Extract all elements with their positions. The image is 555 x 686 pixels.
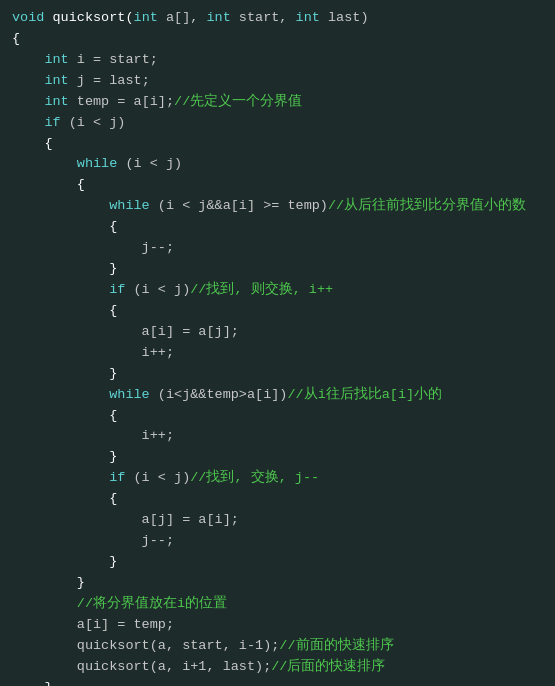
code-token: { <box>12 491 117 506</box>
code-token: { <box>12 219 117 234</box>
table-row: { <box>4 29 555 50</box>
code-token: ( <box>125 10 133 25</box>
table-row: } <box>4 678 555 687</box>
table-row: int temp = a[i];//先定义一个分界值 <box>4 92 555 113</box>
code-token: int <box>44 73 68 88</box>
code-editor: void quicksort(int a[], int start, int l… <box>0 0 555 686</box>
code-token: quicksort <box>44 10 125 25</box>
code-token <box>12 387 109 402</box>
code-token: { <box>12 31 20 46</box>
table-row: while (i<j&&temp>a[i])//从i往后找比a[i]小的 <box>4 385 555 406</box>
code-token: j--; <box>12 240 174 255</box>
code-token: int <box>44 52 68 67</box>
table-row: int i = start; <box>4 50 555 71</box>
code-token <box>12 52 44 67</box>
code-token <box>12 73 44 88</box>
code-content: void quicksort(int a[], int start, int l… <box>4 8 555 686</box>
code-token: int <box>206 10 230 25</box>
code-token: } <box>12 449 117 464</box>
code-token: //找到, 则交换, i++ <box>190 282 333 297</box>
table-row: a[j] = a[i]; <box>4 510 555 531</box>
table-row: a[i] = temp; <box>4 615 555 636</box>
table-row: j--; <box>4 531 555 552</box>
table-row: { <box>4 134 555 155</box>
code-token: { <box>12 136 53 151</box>
code-token <box>12 94 44 109</box>
table-row: { <box>4 301 555 322</box>
table-row: if (i < j)//找到, 则交换, i++ <box>4 280 555 301</box>
code-token <box>12 470 109 485</box>
code-token: i = start; <box>69 52 158 67</box>
table-row: if (i < j)//找到, 交换, j-- <box>4 468 555 489</box>
table-row: i++; <box>4 343 555 364</box>
code-token: last) <box>320 10 369 25</box>
code-token: while <box>77 156 118 171</box>
table-row: i++; <box>4 426 555 447</box>
code-token: start, <box>231 10 296 25</box>
code-token <box>12 115 44 130</box>
code-token: if <box>109 470 125 485</box>
code-token: i++; <box>12 428 174 443</box>
code-token: j = last; <box>69 73 150 88</box>
code-token <box>12 282 109 297</box>
code-token: (i < j) <box>117 156 182 171</box>
table-row: //将分界值放在i的位置 <box>4 594 555 615</box>
table-row: } <box>4 447 555 468</box>
table-row: { <box>4 175 555 196</box>
table-row: quicksort(a, start, i-1);//前面的快速排序 <box>4 636 555 657</box>
code-token: } <box>12 366 117 381</box>
table-row: } <box>4 552 555 573</box>
table-row: a[i] = a[j]; <box>4 322 555 343</box>
code-token: (i < j) <box>125 282 190 297</box>
code-token: } <box>12 575 85 590</box>
code-token: quicksort(a, start, i-1); <box>12 638 279 653</box>
code-token: a[], <box>158 10 207 25</box>
code-token: } <box>12 261 117 276</box>
code-token: if <box>109 282 125 297</box>
code-token: a[i] = a[j]; <box>12 324 239 339</box>
code-token <box>12 156 77 171</box>
table-row: { <box>4 217 555 238</box>
table-row: if (i < j) <box>4 113 555 134</box>
code-token <box>12 596 77 611</box>
code-token: (i < j&&a[i] >= temp) <box>150 198 328 213</box>
code-token: if <box>44 115 60 130</box>
code-token: //找到, 交换, j-- <box>190 470 319 485</box>
code-token: } <box>12 554 117 569</box>
table-row: while (i < j&&a[i] >= temp)//从后往前找到比分界值小… <box>4 196 555 217</box>
code-token: //前面的快速排序 <box>279 638 393 653</box>
code-token <box>12 198 109 213</box>
code-token: (i<j&&temp>a[i]) <box>150 387 288 402</box>
code-token: { <box>12 177 85 192</box>
code-token: a[i] = temp; <box>12 617 174 632</box>
code-token: int <box>296 10 320 25</box>
code-token: (i < j) <box>61 115 126 130</box>
table-row: while (i < j) <box>4 154 555 175</box>
code-token: int <box>44 94 68 109</box>
table-row: void quicksort(int a[], int start, int l… <box>4 8 555 29</box>
code-token: void <box>12 10 44 25</box>
code-token: quicksort(a, i+1, last); <box>12 659 271 674</box>
table-row: { <box>4 406 555 427</box>
table-row: quicksort(a, i+1, last);//后面的快速排序 <box>4 657 555 678</box>
code-token: int <box>134 10 158 25</box>
code-token: //将分界值放在i的位置 <box>77 596 227 611</box>
code-token: { <box>12 303 117 318</box>
code-token: //后面的快速排序 <box>271 659 385 674</box>
code-token: //从i往后找比a[i]小的 <box>287 387 442 402</box>
code-token: (i < j) <box>125 470 190 485</box>
table-row: j--; <box>4 238 555 259</box>
code-token: { <box>12 408 117 423</box>
code-token: temp = a[i]; <box>69 94 174 109</box>
code-token: j--; <box>12 533 174 548</box>
table-row: int j = last; <box>4 71 555 92</box>
table-row: } <box>4 364 555 385</box>
code-token: while <box>109 387 150 402</box>
table-row: { <box>4 489 555 510</box>
code-token: } <box>12 680 53 687</box>
code-token: i++; <box>12 345 174 360</box>
table-row: } <box>4 259 555 280</box>
code-token: while <box>109 198 150 213</box>
code-token: //先定义一个分界值 <box>174 94 302 109</box>
code-token: a[j] = a[i]; <box>12 512 239 527</box>
